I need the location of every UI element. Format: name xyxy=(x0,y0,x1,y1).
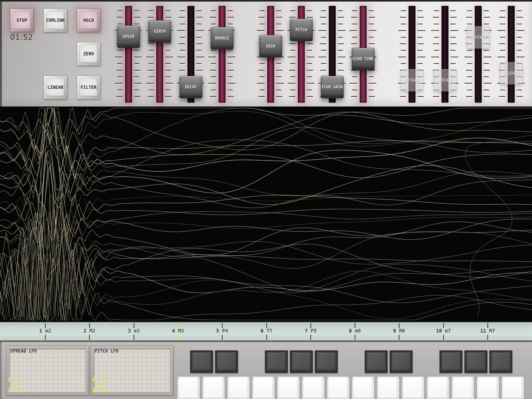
slider-knob-decay[interactable]: DECAY xyxy=(179,76,202,98)
white-key-13[interactable] xyxy=(501,375,524,399)
slider-decay[interactable]: DECAY xyxy=(429,4,461,105)
slider-tick xyxy=(276,96,282,97)
slider-track-sustain[interactable] xyxy=(475,6,482,103)
slider-knob-speed[interactable]: SPEED xyxy=(117,25,140,48)
slider-knob-pitch[interactable]: PITCH xyxy=(290,19,313,41)
ruler-item-9[interactable]: 9 M6 xyxy=(387,322,411,341)
ruler-item-5[interactable]: 5 P4 xyxy=(210,322,235,341)
slider-tick xyxy=(467,50,472,51)
slider-knob-echo-gain[interactable]: ECHO GAIN xyxy=(321,76,344,98)
slider-bounce[interactable]: BOUNCE xyxy=(206,4,238,105)
slider-knob-attack[interactable]: ATTACK xyxy=(401,69,423,91)
white-key-11[interactable] xyxy=(451,375,474,399)
slider-tick xyxy=(257,83,265,84)
black-key-1[interactable] xyxy=(215,350,238,373)
slider-tick xyxy=(320,70,326,71)
white-key-7[interactable] xyxy=(352,375,375,399)
slider-speed[interactable]: SPEED xyxy=(112,4,144,105)
slider-echo-time[interactable]: ECHO TIME xyxy=(347,4,379,105)
ruler-item-3[interactable]: 3 m3 xyxy=(121,322,146,341)
ruler-item-4[interactable]: 4 M3 xyxy=(165,322,190,341)
white-key-8[interactable] xyxy=(377,375,400,399)
slider-tick xyxy=(196,24,202,24)
zero-button[interactable]: ZERO xyxy=(77,42,100,65)
black-key-5[interactable] xyxy=(365,350,388,373)
slider-knob-label: DECAY xyxy=(185,85,197,89)
slider-release[interactable]: RELEASE xyxy=(495,4,527,105)
comlink-button[interactable]: COMLINK xyxy=(44,9,67,32)
slider-knob-sustain[interactable]: SUSTAIN xyxy=(467,26,490,49)
ruler-item-2[interactable]: 2 M2 xyxy=(77,322,102,341)
slider-knob-bounce[interactable]: BOUNCE xyxy=(211,27,234,49)
white-key-0[interactable] xyxy=(177,375,200,399)
xy-pad-pitch-lfo[interactable]: PITCH LFO xyxy=(91,345,173,395)
black-key-2[interactable] xyxy=(265,350,288,373)
ruler-tick-top xyxy=(487,323,488,328)
ruler-item-label: 10 m7 xyxy=(431,328,456,334)
slider-tick xyxy=(134,70,140,71)
white-key-face xyxy=(453,377,473,399)
white-key-9[interactable] xyxy=(402,375,424,399)
white-key-1[interactable] xyxy=(202,375,225,399)
xy-pad-spread-lfo[interactable]: SPREAD LFO xyxy=(6,345,89,395)
slider-pitch[interactable]: PITCH xyxy=(285,4,317,105)
white-key-3[interactable] xyxy=(252,375,275,399)
xy-pad-label: PITCH LFO xyxy=(95,348,118,354)
black-key-6[interactable] xyxy=(390,350,413,373)
slider-gain[interactable]: GAIN xyxy=(254,4,287,105)
slider-tick xyxy=(499,43,505,44)
slider-knob-release[interactable]: RELEASE xyxy=(500,62,523,84)
black-key-face xyxy=(267,353,286,371)
slider-knob-gain[interactable]: GAIN xyxy=(259,35,282,57)
black-key-8[interactable] xyxy=(464,350,487,373)
white-key-5[interactable] xyxy=(302,375,325,399)
ruler-item-11[interactable]: 11 M7 xyxy=(475,322,500,341)
slider-tick xyxy=(450,50,456,51)
slider-tick xyxy=(517,57,524,57)
black-key-0[interactable] xyxy=(190,350,213,373)
stop-button[interactable]: STOP xyxy=(10,9,34,32)
white-key-2[interactable] xyxy=(227,375,250,399)
slider-echo-gain[interactable]: ECHO GAIN xyxy=(316,4,348,105)
white-key-4[interactable] xyxy=(277,375,300,399)
ruler-item-1[interactable]: 1 m2 xyxy=(33,322,58,341)
slider-track-bounce[interactable] xyxy=(218,6,226,103)
slider-knob-decay[interactable]: DECAY xyxy=(434,69,456,91)
linear-button[interactable]: LINEAR xyxy=(44,76,67,99)
slider-knob-girth[interactable]: GIRTH xyxy=(148,20,171,43)
slider-tick xyxy=(211,50,216,51)
black-key-4[interactable] xyxy=(315,350,338,373)
slider-tick xyxy=(500,90,505,90)
white-key-10[interactable] xyxy=(427,375,449,399)
ruler-item-7[interactable]: 7 P5 xyxy=(298,322,323,341)
slider-sustain[interactable]: SUSTAIN xyxy=(462,4,494,105)
ruler-item-6[interactable]: 6 TT xyxy=(254,322,279,341)
ruler-tick-top xyxy=(399,323,400,328)
black-key-9[interactable] xyxy=(489,350,512,373)
slider-tick xyxy=(434,50,439,51)
ruler-item-8[interactable]: 8 m6 xyxy=(342,322,367,341)
white-key-12[interactable] xyxy=(476,375,499,399)
xy-pad-cursor-icon[interactable] xyxy=(93,377,107,392)
slider-girth[interactable]: GIRTH xyxy=(143,4,176,105)
white-key-6[interactable] xyxy=(327,375,350,399)
hold-button[interactable]: HOLD xyxy=(77,9,100,32)
slider-track-release[interactable] xyxy=(508,6,515,103)
slider-tick xyxy=(116,70,123,71)
comlink-button-label: COMLINK xyxy=(46,18,65,23)
slider-knob-echo-time[interactable]: ECHO TIME xyxy=(352,48,375,70)
ruler-item-10[interactable]: 10 m7 xyxy=(431,322,456,341)
filter-button[interactable]: FILTER xyxy=(77,76,100,99)
slider-decay[interactable]: DECAY xyxy=(175,4,207,105)
xy-pad-cursor-icon[interactable] xyxy=(9,377,22,392)
slider-tick xyxy=(165,76,170,77)
black-key-3[interactable] xyxy=(290,350,313,373)
slider-track-speed[interactable] xyxy=(125,6,132,103)
slider-tick xyxy=(417,57,425,57)
slider-tick xyxy=(180,10,185,11)
black-key-face xyxy=(491,353,510,371)
slider-attack[interactable]: ATTACK xyxy=(396,4,428,105)
slider-tick xyxy=(400,43,406,44)
slider-tick xyxy=(148,43,154,44)
black-key-7[interactable] xyxy=(440,350,462,373)
